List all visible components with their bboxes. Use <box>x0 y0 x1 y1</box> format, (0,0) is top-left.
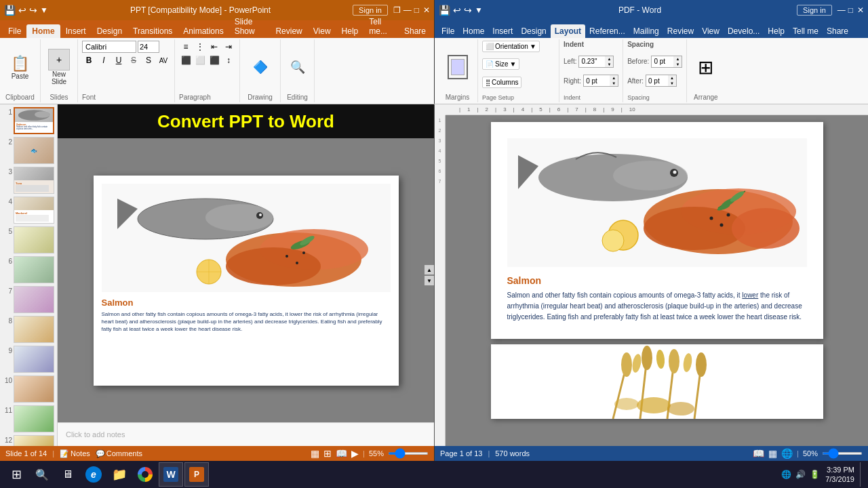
word-tab-developer[interactable]: Develo... <box>724 24 764 38</box>
slide-thumb-8[interactable] <box>14 316 54 343</box>
ppt-slide-sorter-button[interactable]: ⊞ <box>323 448 332 459</box>
ppt-comments-button[interactable]: 💬 Comments <box>96 449 142 458</box>
ppt-paste-button[interactable]: 📋 Paste <box>8 54 32 81</box>
charspacing-button[interactable]: AV <box>157 54 170 66</box>
ppt-close-icon[interactable]: ✕ <box>423 5 430 15</box>
align-right-button[interactable]: ⬛ <box>208 54 221 66</box>
ppt-tab-file[interactable]: File <box>3 24 26 38</box>
slide-thumb-1[interactable]: Salmon Salmon and other fatty fish conta… <box>14 107 54 134</box>
ppt-tab-animations[interactable]: Animations <box>178 24 229 38</box>
ppt-minimize-icon[interactable]: — <box>403 5 412 15</box>
word-tab-mailings[interactable]: Mailing <box>629 24 663 38</box>
word-maximize-icon[interactable]: □ <box>848 5 853 15</box>
indent-right-input[interactable] <box>584 75 610 86</box>
columns-button[interactable]: ⣿ Columns <box>482 77 521 88</box>
spacing-before-input[interactable] <box>652 56 673 67</box>
size-button[interactable]: 📄 Size ▼ <box>482 58 519 70</box>
word-tab-references[interactable]: Referen... <box>585 24 629 38</box>
taskview-button[interactable]: 🖥 <box>56 462 80 487</box>
word-close-icon[interactable]: ✕ <box>857 5 864 15</box>
ppt-tab-help[interactable]: Help <box>336 24 364 38</box>
word-zoom-slider[interactable] <box>822 452 863 455</box>
word-taskbar-button[interactable]: W <box>159 462 183 487</box>
ppt-slideshow-button[interactable]: ▶ <box>351 448 359 459</box>
ppt-drawing-button[interactable]: 🔷 <box>250 56 271 78</box>
ppt-tab-transitions[interactable]: Transitions <box>127 24 178 38</box>
ppt-redo-icon[interactable]: ↪ <box>29 5 37 16</box>
slide-thumb-3[interactable]: Tuna <box>14 167 54 194</box>
word-tab-share[interactable]: Share <box>823 24 852 38</box>
word-customize-icon[interactable]: ▼ <box>475 5 483 15</box>
orientation-button[interactable]: ⬜ Orientation ▼ <box>482 41 540 52</box>
word-undo-icon[interactable]: ↩ <box>453 5 461 16</box>
spacing-before-up-button[interactable]: ▲ <box>673 56 682 62</box>
start-button[interactable]: ⊞ <box>4 462 28 487</box>
ppt-editing-button[interactable]: 🔍 <box>288 56 308 78</box>
align-center-button[interactable]: ⬜ <box>193 54 207 66</box>
ppt-tab-design[interactable]: Design <box>92 24 127 38</box>
ppt-undo-icon[interactable]: ↩ <box>18 5 26 16</box>
taskbar-clock[interactable]: 3:39 PM 7/3/2019 <box>825 465 854 485</box>
slide-thumb-9[interactable] <box>14 346 54 373</box>
indent-decrease-button[interactable]: ⇤ <box>208 41 221 53</box>
ppt-maximize-icon[interactable]: □ <box>414 5 419 15</box>
show-desktop-button[interactable] <box>860 462 864 487</box>
ppt-tab-view[interactable]: View <box>308 24 336 38</box>
ppt-tab-share[interactable]: Share <box>399 24 431 38</box>
underline-button[interactable]: U <box>112 54 125 66</box>
ppt-customize-icon[interactable]: ▼ <box>40 5 48 15</box>
ppt-newslide-button[interactable]: + New Slide <box>48 49 70 85</box>
ppt-signin-button[interactable]: Sign in <box>353 5 388 16</box>
slide-notes-area[interactable]: Click to add notes <box>58 422 434 446</box>
word-minimize-icon[interactable]: — <box>837 5 846 15</box>
indent-increase-button[interactable]: ⇥ <box>222 41 235 53</box>
word-tab-file[interactable]: File <box>437 24 458 38</box>
ppt-tab-home[interactable]: Home <box>26 24 60 38</box>
slide-thumb-12[interactable] <box>14 435 54 446</box>
indent-left-input[interactable] <box>579 56 605 67</box>
bullets-button[interactable]: ≡ <box>179 41 193 53</box>
network-icon[interactable]: 🌐 <box>781 470 791 479</box>
word-tab-layout[interactable]: Layout <box>551 24 585 38</box>
word-arrange-button[interactable]: ⊞ <box>698 56 713 79</box>
indent-right-down-button[interactable]: ▼ <box>610 81 618 86</box>
volume-icon[interactable]: 🔊 <box>795 470 806 479</box>
word-tab-home[interactable]: Home <box>458 24 488 38</box>
textshadow-button[interactable]: S <box>142 54 155 66</box>
font-size-input[interactable] <box>138 41 159 53</box>
chrome-button[interactable] <box>133 462 157 487</box>
word-web-layout-button[interactable]: 🌐 <box>781 448 793 459</box>
indent-right-up-button[interactable]: ▲ <box>610 75 618 81</box>
slide-thumb-4[interactable]: Mackerel <box>14 197 54 224</box>
indent-left-up-button[interactable]: ▲ <box>605 56 613 62</box>
slide-thumb-7[interactable] <box>14 286 54 313</box>
scroll-up-button[interactable]: ▲ <box>425 265 434 274</box>
word-save-icon[interactable]: 💾 <box>439 5 450 16</box>
ppt-restore-icon[interactable]: ❐ <box>393 5 401 15</box>
search-taskbar-button[interactable]: 🔍 <box>30 462 54 487</box>
spacing-after-input[interactable] <box>646 75 668 86</box>
ppt-taskbar-button[interactable]: P <box>184 462 209 487</box>
word-read-mode-button[interactable]: 📖 <box>753 448 764 459</box>
font-name-input[interactable] <box>82 41 136 53</box>
linespacing-button[interactable]: ↕ <box>222 54 235 66</box>
ppt-tab-review[interactable]: Review <box>270 24 307 38</box>
slide-thumb-5[interactable] <box>14 226 54 253</box>
explorer-button[interactable]: 📁 <box>107 462 132 487</box>
word-tab-tellme[interactable]: Tell me <box>789 24 823 38</box>
indent-left-down-button[interactable]: ▼ <box>605 62 613 67</box>
slide-thumb-2[interactable]: 🐟 <box>14 137 54 164</box>
word-signin-button[interactable]: Sign in <box>797 5 832 16</box>
word-tab-insert[interactable]: Insert <box>488 24 517 38</box>
word-tab-view[interactable]: View <box>698 24 724 38</box>
numbering-button[interactable]: ⋮ <box>193 41 207 53</box>
slide-thumb-10[interactable] <box>14 375 54 403</box>
ppt-save-icon[interactable]: 💾 <box>4 5 16 16</box>
word-tab-review[interactable]: Review <box>663 24 698 38</box>
word-tab-design[interactable]: Design <box>517 24 550 38</box>
bold-button[interactable]: B <box>82 54 96 66</box>
word-tab-help[interactable]: Help <box>764 24 789 38</box>
ppt-tab-insert[interactable]: Insert <box>60 24 92 38</box>
ppt-normal-view-button[interactable]: ▦ <box>311 448 319 459</box>
ppt-tab-slideshow[interactable]: Slide Show <box>229 15 271 38</box>
